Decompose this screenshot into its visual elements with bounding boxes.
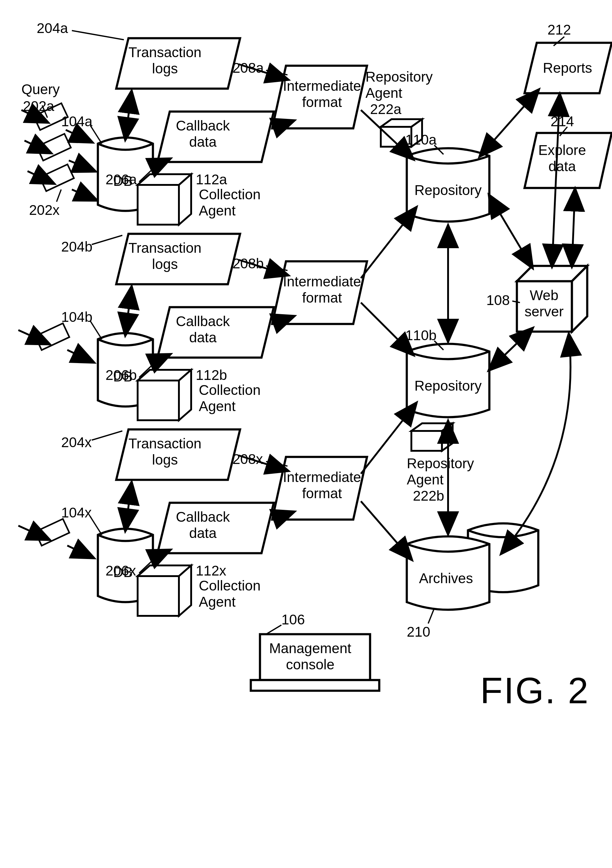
ref-208b: 208b [233,255,264,272]
ref-222a: 222a [370,101,401,117]
svg-rect-9 [35,323,70,350]
svg-rect-16 [251,680,379,691]
tlog-b-label: Transactionlogs [129,240,202,272]
collection-agent-b [138,370,191,420]
svg-line-47 [92,431,122,440]
ref-206b: 206b [106,367,137,383]
archives [407,524,538,610]
svg-line-18 [126,287,132,335]
cb-b-label: Callbackdata [176,313,230,346]
explore-label: Exploredata [538,142,586,175]
ca-b-label: CollectionAgent [199,382,261,414]
svg-line-57 [428,608,434,623]
svg-line-17 [126,92,132,139]
svg-line-33 [361,501,412,559]
if-b-label: Intermediateformat [283,274,361,306]
svg-line-45 [92,236,122,245]
ref-212: 212 [547,22,571,38]
ref-202x: 202x [29,202,60,218]
ca-x-label: CollectionAgent [199,578,261,610]
svg-line-8 [72,189,96,200]
ref-112x: 112x [196,563,226,579]
ref-214: 214 [550,113,574,130]
ca-a-label: CollectionAgent [199,186,261,219]
svg-rect-1 [37,134,71,161]
diagram-canvas [0,0,612,868]
if-a-label: Intermediateformat [283,78,361,110]
ref-104a: 104a [61,113,92,130]
repo-a-label: Repository [415,182,482,198]
svg-line-40 [572,189,575,266]
svg-line-7 [69,160,95,171]
cb-a-label: Callbackdata [176,118,230,150]
ref-222b: 222b [413,487,444,504]
tlog-x-label: Transactionlogs [129,436,202,468]
ragent-a-label: RepositoryAgent [365,69,433,101]
ref-106: 106 [281,611,305,628]
svg-rect-2 [40,164,74,191]
ragent-b-label: RepositoryAgent [407,456,474,488]
ref-104b: 104b [61,309,92,325]
ref-108: 108 [486,292,510,308]
svg-line-11 [67,350,93,362]
svg-rect-12 [35,519,70,546]
webserver-label: Webserver [525,287,564,320]
ref-202a: 202a [23,98,54,114]
collection-agent-x [138,566,191,616]
svg-line-36 [489,195,532,267]
ref-208a: 208a [233,60,264,76]
ref-204a: 204a [37,20,68,36]
ref-104x: 104x [61,504,92,521]
svg-line-43 [57,189,61,202]
ref-112a: 112a [196,171,227,188]
ref-110b: 110b [405,327,436,344]
svg-line-14 [67,546,93,558]
svg-line-37 [489,329,532,370]
repo-b-label: Repository [415,377,482,394]
reports-label: Reports [543,60,592,76]
ref-210: 210 [407,623,430,640]
svg-line-38 [480,90,538,156]
archives-label: Archives [419,570,473,586]
ref-110a: 110a [405,132,436,148]
svg-line-48 [90,516,102,535]
console-label: Managementconsole [269,640,351,673]
svg-line-30 [361,208,416,278]
svg-line-41 [72,31,124,40]
figure-label: FIG. 2 [480,670,589,711]
svg-line-6 [66,130,92,142]
tlog-a-label: Transactionlogs [129,44,202,77]
collection-agent-a [138,174,191,225]
ref-112b: 112b [196,367,227,383]
query-label: Query [22,81,60,98]
svg-line-19 [126,483,132,530]
query-boxes-b [35,323,70,350]
cb-x-label: Callbackdata [176,509,230,541]
if-x-label: Intermediateformat [283,469,361,502]
repo-agent-b [412,423,453,451]
ref-204b: 204b [61,239,92,255]
svg-line-61 [266,625,281,634]
ref-204x: 204x [61,434,92,451]
ref-206x: 206x [106,563,136,579]
query-boxes-x [35,519,70,546]
ref-206a: 206a [106,171,137,188]
ref-208x: 208x [233,451,263,467]
